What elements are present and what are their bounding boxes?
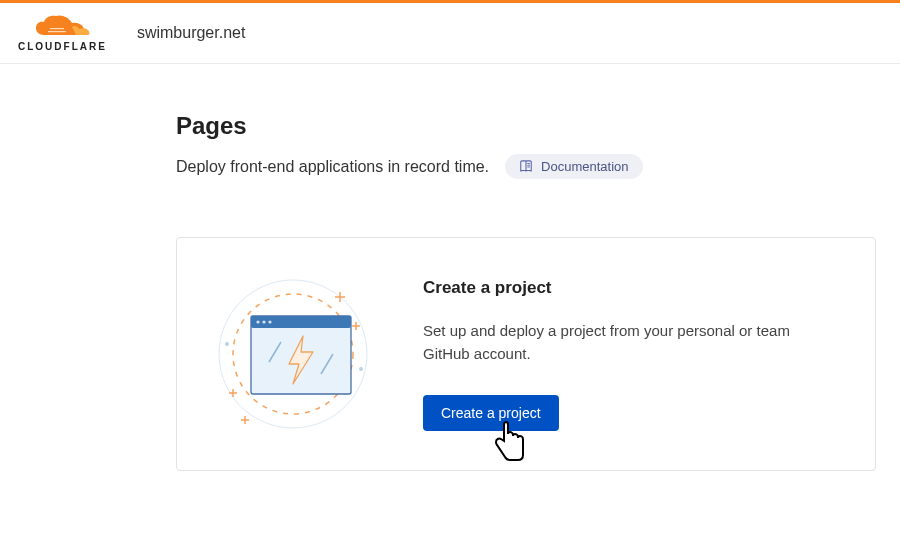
svg-point-20 [262,320,265,323]
project-illustration [213,274,373,434]
svg-rect-0 [50,28,64,29]
documentation-label: Documentation [541,159,628,174]
cloudflare-cloud-icon [34,15,90,39]
documentation-link[interactable]: Documentation [505,154,642,179]
card-content: Create a project Set up and deploy a pro… [423,274,839,431]
card-title: Create a project [423,278,839,298]
page-subtitle: Deploy front-end applications in record … [176,158,489,176]
cursor-hand-icon [488,419,528,467]
main-content: Pages Deploy front-end applications in r… [176,64,876,471]
svg-rect-18 [251,316,351,328]
svg-point-19 [256,320,259,323]
cloudflare-logo[interactable]: CLOUDFLARE [18,15,107,52]
cloudflare-wordmark: CLOUDFLARE [18,41,107,52]
book-icon [519,160,533,174]
svg-rect-1 [48,31,66,32]
page-title: Pages [176,112,876,140]
card-description: Set up and deploy a project from your pe… [423,320,839,365]
create-project-card: Create a project Set up and deploy a pro… [176,237,876,471]
header: CLOUDFLARE swimburger.net [0,3,900,64]
create-project-button[interactable]: Create a project [423,395,559,431]
create-project-button-label: Create a project [441,405,541,421]
svg-point-16 [359,367,363,371]
subtitle-row: Deploy front-end applications in record … [176,154,876,179]
svg-point-21 [268,320,271,323]
domain-name[interactable]: swimburger.net [137,24,246,42]
svg-point-15 [225,342,229,346]
